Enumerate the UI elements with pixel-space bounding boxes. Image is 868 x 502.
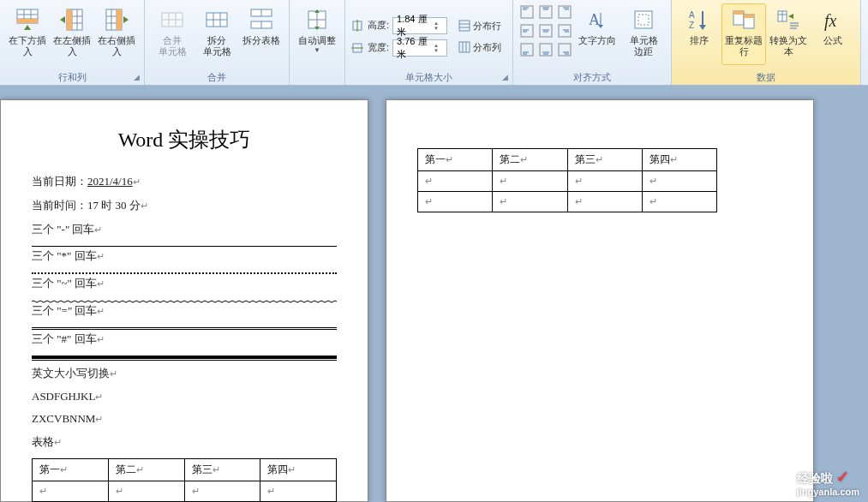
table-label: 表格↵ [32, 434, 337, 450]
svg-marker-91 [788, 14, 793, 19]
hr-double [32, 327, 337, 330]
align-bottom-left[interactable] [518, 41, 536, 58]
table-row: 第一↵ 第二↵ 第三↵ 第四↵ [33, 459, 337, 481]
text-mixed: ZXCVBNNM↵ [32, 412, 337, 426]
svg-rect-42 [459, 21, 470, 31]
group-cell-size: 高度: 1.84 厘米 ▲▼ 宽度: 3.76 厘米 ▲▼ [345, 0, 513, 85]
document-title: Word 实操技巧 [32, 126, 337, 153]
line-star: 三个 "*" 回车↵ [32, 248, 337, 264]
svg-rect-63 [559, 25, 571, 37]
svg-rect-45 [459, 42, 470, 52]
dialog-launcher-icon[interactable]: ◢ [130, 71, 142, 83]
insert-right-button[interactable]: 在右侧插入 [94, 3, 139, 65]
line-hash: 三个 "#" 回车↵ [32, 332, 337, 347]
table-row: ↵↵↵↵ [418, 171, 717, 192]
repeat-header-icon [730, 6, 757, 33]
group-merge: 合并 单元格 拆分 单元格 拆分表格 合并 [145, 0, 290, 85]
convert-text-icon [775, 6, 802, 33]
merge-cells-icon [159, 6, 186, 33]
svg-rect-5 [17, 19, 38, 23]
time-line: 当前时间：17 时 30 分↵ [32, 198, 337, 213]
svg-text:Z: Z [689, 21, 694, 30]
split-cells-icon [203, 6, 230, 33]
svg-text:A: A [689, 10, 695, 20]
height-icon [350, 19, 364, 33]
distribute-cols-button[interactable]: 分布列 [454, 39, 506, 57]
date-line: 当前日期：2021/4/16↵ [32, 174, 337, 189]
dialog-launcher-icon[interactable]: ◢ [499, 71, 511, 83]
width-input[interactable]: 3.76 厘米 ▲▼ [392, 39, 447, 57]
table-right[interactable]: 第一↵ 第二↵ 第三↵ 第四↵ ↵↵↵↵ ↵↵↵↵ [417, 148, 717, 212]
align-bottom-right[interactable] [556, 41, 573, 58]
sort-button[interactable]: AZ 排序 [677, 3, 721, 65]
width-spinner[interactable]: ▲▼ [434, 43, 443, 53]
align-middle-left[interactable] [518, 22, 536, 39]
group-alignment: A 文字方向 单元格 边距 对齐方式 [513, 0, 672, 85]
width-icon [350, 41, 364, 55]
hr-triple [32, 356, 337, 359]
distribute-cols-icon [458, 41, 470, 53]
table-left[interactable]: 第一↵ 第二↵ 第三↵ 第四↵ ↵↵↵↵ [32, 458, 337, 502]
distribute-rows-button[interactable]: 分布行 [454, 17, 506, 35]
line-tilde: 三个 "~" 回车↵ [32, 276, 337, 291]
align-top-left[interactable] [518, 3, 536, 21]
group-rows-cols: 在下方插入 在左侧插入 在右侧插入 行和列 ◢ [0, 0, 145, 85]
autofit-button[interactable]: 自动调整 ▼ [295, 3, 339, 65]
formula-icon: fx [819, 6, 847, 33]
group-autofit: 自动调整 ▼ [290, 0, 345, 85]
table-row: ↵↵↵↵ [418, 192, 717, 212]
alignment-grid [518, 3, 573, 58]
height-input[interactable]: 1.84 厘米 ▲▼ [392, 17, 447, 34]
sort-icon: AZ [685, 6, 713, 33]
align-middle-center[interactable] [537, 22, 554, 39]
svg-text:A: A [589, 11, 600, 28]
svg-marker-6 [24, 25, 31, 30]
svg-marker-13 [60, 16, 65, 23]
ribbon: 在下方插入 在左侧插入 在右侧插入 行和列 ◢ [0, 0, 868, 86]
insert-left-button[interactable]: 在左侧插入 [50, 3, 94, 65]
text-upper: ASDFGHJKL↵ [32, 390, 337, 403]
svg-rect-12 [67, 9, 72, 30]
text-direction-icon: A [584, 6, 611, 33]
line-equal: 三个 "=" 回车↵ [32, 303, 337, 319]
cell-margins-button[interactable]: 单元格 边距 [621, 3, 666, 65]
svg-rect-85 [733, 11, 744, 15]
watermark: 经验啦 ✓ jingyanla.com [797, 468, 859, 497]
split-cells-button[interactable]: 拆分 单元格 [195, 3, 239, 65]
height-label: 高度: [368, 19, 389, 32]
insert-left-icon [58, 6, 86, 33]
width-label: 宽度: [368, 41, 389, 54]
insert-below-icon [14, 6, 41, 33]
dropdown-arrow-icon: ▼ [314, 46, 320, 54]
case-label: 英文大小写切换↵ [32, 366, 337, 381]
document-area[interactable]: Word 实操技巧 当前日期：2021/4/16↵ 当前时间：17 时 30 分… [0, 86, 868, 502]
page-1[interactable]: Word 实操技巧 当前日期：2021/4/16↵ 当前时间：17 时 30 分… [0, 99, 368, 502]
svg-rect-60 [540, 25, 552, 37]
svg-rect-57 [521, 25, 533, 37]
convert-text-button[interactable]: 转换为文本 [766, 3, 811, 65]
svg-marker-83 [699, 25, 706, 30]
distribute-rows-icon [458, 20, 470, 32]
insert-below-button[interactable]: 在下方插入 [5, 3, 50, 65]
repeat-header-button[interactable]: 重复标题行 [721, 3, 766, 65]
align-top-right[interactable] [556, 3, 573, 21]
autofit-icon [303, 6, 331, 33]
align-middle-right[interactable] [556, 22, 573, 39]
split-table-icon [248, 6, 275, 33]
group-data: AZ 排序 重复标题行 转换为文本 fx 公式 [672, 0, 861, 85]
page-2[interactable]: 第一↵ 第二↵ 第三↵ 第四↵ ↵↵↵↵ ↵↵↵↵ [386, 99, 814, 502]
svg-rect-87 [744, 15, 754, 18]
height-spinner[interactable]: ▲▼ [434, 21, 443, 31]
text-direction-button[interactable]: A 文字方向 [575, 3, 620, 65]
hr-dots [32, 272, 337, 274]
split-table-button[interactable]: 拆分表格 [239, 3, 284, 65]
insert-right-icon [103, 6, 130, 33]
formula-button[interactable]: fx 公式 [811, 3, 855, 65]
align-bottom-center[interactable] [537, 41, 554, 58]
line-dash: 三个 "-" 回车↵ [32, 222, 337, 237]
merge-cells-button[interactable]: 合并 单元格 [150, 3, 195, 65]
svg-rect-78 [635, 11, 652, 28]
svg-marker-20 [123, 16, 129, 23]
align-top-center[interactable] [537, 3, 554, 21]
svg-text:fx: fx [824, 11, 837, 31]
